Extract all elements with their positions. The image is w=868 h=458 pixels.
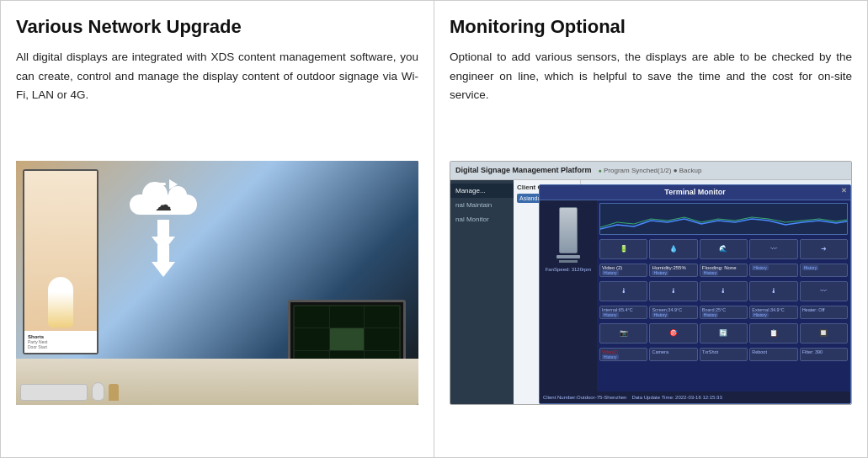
device-tower (559, 207, 578, 253)
device-base2 (559, 260, 578, 263)
terminal-content: FanSpeed: 3120rpm (540, 200, 850, 391)
status-extra2: History (800, 264, 848, 277)
right-panel-image: Digital Signage Management Platform ● Pr… (450, 116, 852, 449)
desk-cup (109, 384, 119, 401)
bottom-label-4: Reboot (752, 349, 795, 354)
monitoring-graph (599, 203, 848, 235)
left-panel-body: All digital displays are integrated with… (16, 48, 418, 104)
billboard-display: Shorts Party NextDoor Start (23, 169, 99, 354)
desk-keyboard (20, 384, 88, 401)
monitor-cell-1 (295, 306, 329, 328)
main-container: Various Network Upgrade All digital disp… (0, 0, 868, 458)
terminal-device-panel: FanSpeed: 3120rpm (540, 200, 597, 391)
breadcrumb-text: Program Synched(1/2) ● Backup (604, 167, 701, 174)
bottom-btn-1[interactable]: History (602, 354, 619, 359)
sensor-icon-battery: 🔋 (599, 239, 647, 259)
footer-client: Client Number:Outdoor-75-Shenzhen (543, 395, 626, 400)
bottom-sensor-row: 📷 🎯 🔄 📋 🔲 (599, 323, 848, 344)
arrow-head3 (152, 262, 175, 277)
billboard-label2: Party NextDoor Start (28, 339, 93, 349)
software-window: Digital Signage Management Platform ● Pr… (450, 162, 851, 404)
sensor-icon-row: 🔋 💧 🌊 〰 ➜ (599, 239, 848, 259)
status-row-2: Internal:65.4°C History Screen:34.9°C Hi… (599, 306, 848, 319)
status-external-btn[interactable]: History (752, 312, 769, 317)
bottom-icon-filter: 📋 (749, 323, 797, 344)
status-internal-label: Internal:65.4°C (602, 307, 645, 312)
terminal-footer: Client Number:Outdoor-75-Shenzhen Data U… (540, 391, 850, 403)
bottom-label-1: Video(2) (602, 349, 645, 354)
status-humidity-btn[interactable]: History (652, 270, 668, 275)
bottom-icon-shot: 🎯 (649, 323, 697, 344)
monitor-cell-6 (365, 328, 399, 350)
status-video-label: Video (2) (602, 265, 645, 270)
terminal-data-panel: 🔋 💧 🌊 〰 ➜ (597, 200, 850, 391)
status-video-btn[interactable]: History (602, 270, 619, 275)
arrow-shaft2 (157, 245, 169, 262)
left-panel-image: Shorts Party NextDoor Start ☁ (16, 116, 418, 449)
bottom-label-5: Filter: 390 (802, 349, 845, 354)
cloud-area: ☁ (109, 186, 218, 270)
bottom-icon-camera: 📷 (599, 323, 647, 344)
desk-area (16, 359, 418, 405)
right-panel-body: Optional to add various sensors, the dis… (450, 48, 852, 104)
monitor-cell-2 (330, 306, 365, 328)
status-internal-btn[interactable]: History (602, 312, 619, 317)
billboard-top (24, 171, 97, 331)
status-screen-btn[interactable]: History (652, 312, 668, 317)
status-heater: Heater: Off (800, 306, 848, 319)
terminal-title: Terminal Monitor (664, 188, 725, 196)
left-image-composite: Shorts Party NextDoor Start ☁ (16, 161, 418, 405)
temp-icon-4: 🌡 (749, 281, 797, 301)
cloud-shape: ☁ (130, 194, 197, 215)
status-screen: Screen:34.9°C History (649, 306, 697, 319)
sidebar-item-monitor[interactable]: nal Monitor (450, 212, 514, 226)
bottom-cell-5: Filter: 390 (800, 348, 848, 361)
monitor-cell-5 (330, 328, 365, 350)
status-external-label: External:34.9°C (752, 307, 795, 312)
bottom-cell-2: Camera (649, 348, 697, 361)
sw-body: Manage... nal Maintain nal Monitor Clien… (450, 180, 851, 404)
device-display (542, 204, 594, 263)
status-flood-label: Flooding: None (702, 265, 745, 270)
sw-breadcrumb: ● Program Synched(1/2) ● Backup (599, 167, 702, 174)
billboard-person (48, 277, 73, 328)
fan-speed-value: FanSpeed: 3120rpm (542, 265, 594, 274)
bottom-icon-extra: 🔲 (800, 323, 848, 344)
bottom-icon-reboot: 🔄 (700, 323, 748, 344)
double-arrow (152, 220, 175, 277)
status-row-1: Video (2) History Humidity:255% History (599, 264, 848, 277)
status-board-label: Board:25°C (702, 307, 745, 312)
status-board-btn[interactable]: History (702, 312, 719, 317)
sw-sidebar: Manage... nal Maintain nal Monitor (450, 180, 514, 404)
sidebar-item-manage[interactable]: Manage... (450, 184, 514, 198)
temp-icon-2: 🌡 (649, 281, 697, 301)
arrow-shaft1 (157, 220, 169, 237)
status-internal: Internal:65.4°C History (599, 306, 647, 319)
terminal-close-button[interactable]: ✕ (841, 187, 847, 194)
terminal-titlebar: Terminal Monitor ✕ (540, 185, 850, 200)
sensor-icon-arrow: ➜ (800, 239, 848, 259)
status-extra2-btn[interactable]: History (802, 265, 819, 270)
bottom-cell-1: Video(2) History (599, 348, 647, 361)
status-flood-btn[interactable]: History (702, 270, 719, 275)
monitor-cell-3 (365, 306, 399, 328)
bottom-label-row: Video(2) History Camera TxrShot (599, 348, 848, 361)
temp-icon-5: 〰 (800, 281, 848, 301)
sw-topbar: Digital Signage Management Platform ● Pr… (450, 162, 851, 180)
status-humidity: Humidity:255% History (649, 264, 697, 277)
status-board: Board:25°C History (700, 306, 748, 319)
device-base (556, 255, 580, 258)
monitor-cell-4 (295, 328, 329, 350)
sidebar-item-maintain[interactable]: nal Maintain (450, 198, 514, 212)
bottom-cell-3: TxrShot (700, 348, 748, 361)
sensor-icon-humidity: 💧 (649, 239, 697, 259)
bottom-label-2: Camera (652, 349, 695, 354)
right-panel: Monitoring Optional Optional to add vari… (434, 1, 867, 457)
left-panel: Various Network Upgrade All digital disp… (1, 1, 434, 457)
billboard-text-area: Shorts Party NextDoor Start (24, 331, 97, 353)
sensor-icon-wave: 〰 (749, 239, 797, 259)
status-video: Video (2) History (599, 264, 647, 277)
graph-svg (600, 204, 847, 234)
right-panel-title: Monitoring Optional (450, 16, 852, 38)
status-extra1-btn[interactable]: History (752, 265, 769, 270)
